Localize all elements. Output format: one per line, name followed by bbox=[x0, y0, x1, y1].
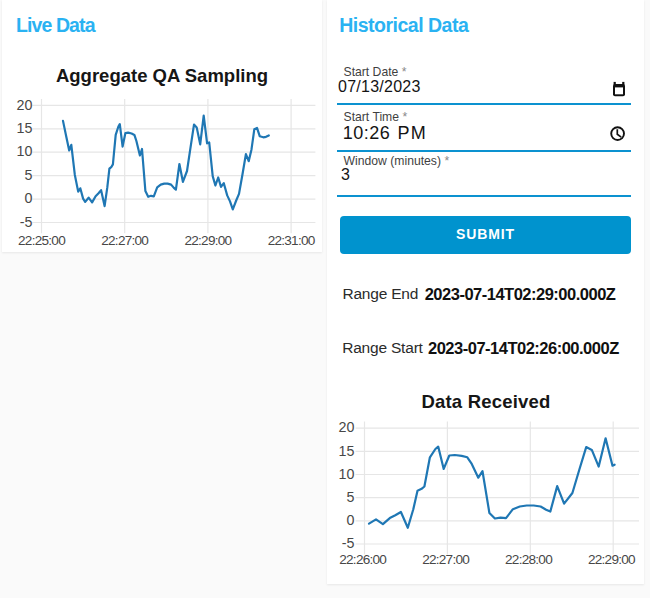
svg-text:20: 20 bbox=[338, 419, 354, 435]
svg-text:15: 15 bbox=[16, 120, 32, 136]
svg-text:22:31:00: 22:31:00 bbox=[268, 233, 316, 248]
svg-text:0: 0 bbox=[346, 512, 354, 528]
svg-text:-5: -5 bbox=[342, 535, 355, 551]
svg-text:Aggregate QA Sampling: Aggregate QA Sampling bbox=[56, 65, 268, 86]
svg-text:20: 20 bbox=[16, 97, 32, 113]
svg-text:Data Received: Data Received bbox=[421, 391, 550, 412]
svg-text:0: 0 bbox=[24, 190, 32, 206]
svg-text:10: 10 bbox=[16, 143, 32, 159]
svg-text:10: 10 bbox=[338, 466, 354, 482]
svg-text:22:27:00: 22:27:00 bbox=[101, 233, 149, 248]
svg-text:22:25:00: 22:25:00 bbox=[18, 233, 66, 248]
svg-text:-5: -5 bbox=[20, 214, 33, 230]
svg-text:22:26:00: 22:26:00 bbox=[339, 552, 387, 567]
svg-text:15: 15 bbox=[338, 443, 354, 459]
svg-text:22:29:00: 22:29:00 bbox=[588, 552, 636, 567]
svg-text:22:28:00: 22:28:00 bbox=[505, 552, 553, 567]
svg-text:5: 5 bbox=[24, 167, 32, 183]
svg-text:22:27:00: 22:27:00 bbox=[422, 552, 470, 567]
svg-text:5: 5 bbox=[346, 489, 354, 505]
svg-text:22:29:00: 22:29:00 bbox=[184, 233, 232, 248]
